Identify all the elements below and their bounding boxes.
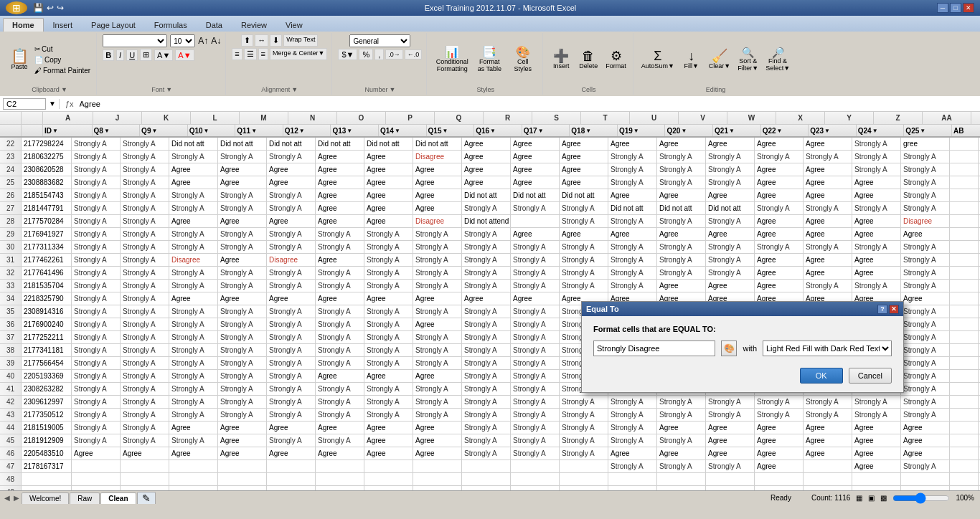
table-cell[interactable]: Strongly A — [511, 280, 560, 292]
font-color-button[interactable]: A▼ — [175, 49, 194, 61]
table-cell[interactable]: Strongly A — [121, 176, 169, 189]
insert-cells-button[interactable]: ➕ Insert — [549, 48, 573, 71]
table-cell[interactable]: Agree — [218, 163, 267, 176]
table-cell[interactable] — [950, 189, 979, 201]
format-as-table-button[interactable]: 📑 Formatas Table — [473, 45, 506, 74]
table-cell[interactable]: Strongly A — [169, 370, 218, 382]
table-cell[interactable]: Agree — [657, 280, 706, 292]
table-cell[interactable] — [218, 460, 267, 472]
table-cell[interactable]: Strongly A — [706, 215, 755, 227]
table-cell[interactable]: Strongly A — [706, 267, 755, 279]
table-cell[interactable]: Agree — [316, 422, 364, 434]
table-cell[interactable]: Strongly A — [316, 396, 364, 408]
format-painter-button[interactable]: 🖌Format Painter — [33, 66, 92, 75]
cell-id[interactable]: 2308620528 — [22, 163, 72, 176]
table-cell[interactable] — [950, 202, 979, 214]
table-cell[interactable]: Strongly A — [72, 151, 121, 163]
cell-id[interactable]: 2181912909 — [22, 434, 72, 447]
tab-review[interactable]: Review — [232, 18, 276, 32]
cell-id[interactable]: 2218325790 — [22, 292, 72, 305]
table-cell[interactable]: Strongly A — [218, 383, 267, 395]
table-cell[interactable] — [267, 460, 316, 472]
cell-id[interactable]: 2176941927 — [22, 228, 72, 240]
table-cell[interactable]: Strongly A — [121, 370, 169, 382]
table-cell[interactable]: Strongly A — [218, 396, 267, 408]
table-cell[interactable]: Strongly A — [169, 241, 218, 253]
align-bottom-button[interactable]: ⬇ — [270, 34, 282, 47]
table-cell[interactable]: Strongly A — [608, 396, 657, 408]
table-cell[interactable]: Strongly A — [462, 305, 511, 318]
table-cell[interactable]: Agree — [755, 254, 804, 266]
table-cell[interactable]: Strongly A — [169, 189, 218, 201]
table-cell[interactable]: Strongly A — [413, 383, 462, 395]
table-cell[interactable]: Strongly A — [511, 254, 560, 266]
table-cell[interactable]: Agree — [608, 189, 657, 201]
table-cell[interactable] — [804, 460, 852, 472]
formula-input[interactable] — [80, 100, 977, 108]
table-cell[interactable]: Strongly A — [804, 409, 852, 421]
table-cell[interactable]: Strongly A — [316, 318, 364, 330]
table-cell[interactable] — [560, 460, 608, 472]
table-cell[interactable]: Agree — [852, 460, 901, 472]
table-cell[interactable]: Agree — [755, 176, 804, 189]
table-cell[interactable]: Agree — [706, 434, 755, 447]
table-cell[interactable]: Agree — [706, 447, 755, 460]
table-cell[interactable]: Strongly A — [218, 344, 267, 356]
table-cell[interactable]: Strongly A — [852, 151, 901, 163]
table-cell[interactable] — [72, 460, 121, 472]
table-cell[interactable]: Strongly A — [267, 267, 316, 279]
table-cell[interactable] — [950, 473, 979, 485]
table-cell[interactable]: Strongly A — [267, 396, 316, 408]
dialog-cancel-button[interactable]: Cancel — [849, 368, 892, 384]
table-cell[interactable]: Strongly A — [462, 383, 511, 395]
table-cell[interactable] — [950, 151, 979, 163]
table-cell[interactable] — [950, 138, 979, 150]
border-button[interactable]: ⊞ — [140, 49, 152, 61]
maximize-button[interactable]: □ — [950, 3, 961, 13]
table-cell[interactable]: Agree — [706, 422, 755, 434]
find-select-button[interactable]: 🔎 Find &Select▼ — [763, 46, 792, 73]
table-cell[interactable]: Strongly A — [121, 292, 169, 305]
table-cell[interactable]: Strongly A — [413, 396, 462, 408]
table-row[interactable]: 442181519005Strongly AStrongly AAgreeAgr… — [0, 422, 980, 434]
table-cell[interactable] — [755, 473, 804, 485]
table-row[interactable]: 242308620528Strongly AStrongly AAgreeAgr… — [0, 163, 980, 176]
table-cell[interactable] — [950, 396, 979, 408]
cell-id[interactable]: 2177311334 — [22, 241, 72, 253]
table-cell[interactable]: Agree — [511, 292, 560, 305]
table-cell[interactable]: Strongly A — [462, 447, 511, 460]
scroll-left-icon[interactable]: ◀ — [3, 494, 11, 502]
table-cell[interactable]: Strongly A — [755, 151, 804, 163]
table-cell[interactable]: Agree — [852, 228, 901, 240]
align-top-button[interactable]: ⬆ — [241, 34, 253, 47]
tab-data[interactable]: Data — [197, 18, 232, 32]
font-family-select[interactable] — [103, 34, 167, 47]
minimize-button[interactable]: ─ — [937, 3, 948, 13]
table-cell[interactable]: Strongly A — [218, 409, 267, 421]
table-cell[interactable]: Strongly A — [657, 434, 706, 447]
table-cell[interactable]: Agree — [511, 163, 560, 176]
table-cell[interactable]: Did not att — [169, 138, 218, 150]
table-cell[interactable]: Strongly A — [121, 422, 169, 434]
table-cell[interactable]: Strongly A — [901, 331, 950, 343]
align-center-button[interactable]: ☰ — [244, 48, 257, 60]
cell-reference-box[interactable] — [3, 98, 46, 110]
table-cell[interactable]: Strongly A — [560, 241, 608, 253]
qa-undo[interactable]: ↩ — [47, 3, 54, 13]
table-cell[interactable]: Strongly A — [267, 280, 316, 292]
office-button[interactable]: ⊞ — [6, 1, 27, 14]
table-cell[interactable]: Strongly A — [218, 267, 267, 279]
table-cell[interactable]: Agree — [706, 189, 755, 201]
table-cell[interactable]: Strongly A — [511, 202, 560, 214]
table-cell[interactable]: Strongly A — [608, 176, 657, 189]
table-cell[interactable]: Strongly A — [121, 331, 169, 343]
table-cell[interactable]: Agree — [364, 447, 413, 460]
table-cell[interactable]: Strongly A — [901, 280, 950, 292]
align-right-button[interactable]: ≡ — [258, 48, 268, 60]
table-cell[interactable] — [169, 460, 218, 472]
table-cell[interactable]: Strongly A — [657, 215, 706, 227]
table-cell[interactable]: Agree — [316, 254, 364, 266]
table-cell[interactable]: Agree — [316, 151, 364, 163]
table-row[interactable]: 452181912909Strongly AStrongly AStrongly… — [0, 434, 980, 447]
align-left-button[interactable]: ≡ — [232, 48, 242, 60]
